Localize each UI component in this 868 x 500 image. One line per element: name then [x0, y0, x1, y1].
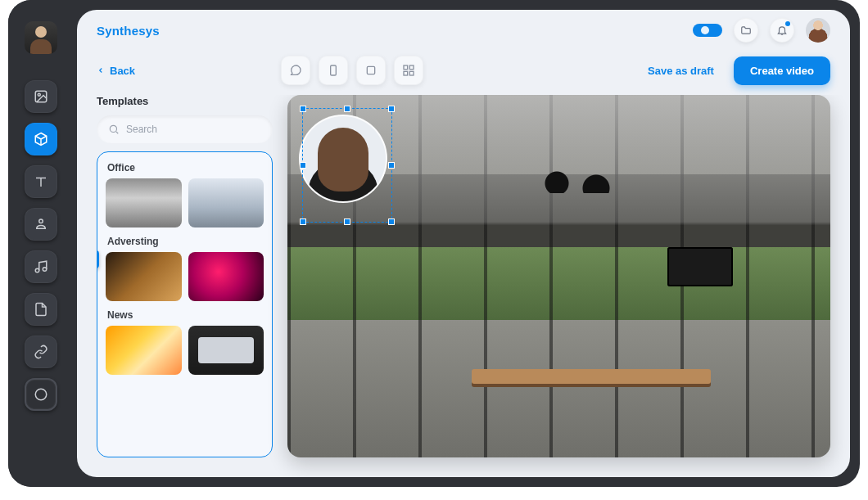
resize-handle[interactable]	[300, 106, 306, 112]
folder-button[interactable]	[734, 18, 758, 43]
scroll-handle[interactable]	[97, 250, 99, 268]
left-rail	[8, 0, 74, 487]
cube-icon	[34, 132, 48, 146]
status-badge[interactable]	[693, 24, 722, 37]
category-office: Office	[107, 162, 264, 173]
music-icon	[34, 259, 48, 274]
svg-point-2	[39, 219, 43, 223]
category-advertising: Adversting	[107, 236, 264, 247]
bell-icon	[776, 25, 788, 36]
resize-handle[interactable]	[388, 218, 395, 225]
svg-rect-8	[404, 65, 408, 70]
link-icon	[34, 345, 48, 359]
create-video-button[interactable]: Create video	[734, 56, 830, 85]
square-icon	[364, 64, 377, 77]
person-icon	[34, 217, 48, 232]
chat-icon	[289, 64, 302, 77]
resize-handle[interactable]	[300, 218, 306, 225]
templates-panel: Templates Search Office Adversting	[97, 95, 273, 457]
svg-point-5	[35, 389, 47, 400]
image-icon	[34, 89, 48, 104]
rail-link[interactable]	[25, 336, 57, 368]
text-icon	[34, 174, 48, 189]
rail-music[interactable]	[25, 250, 57, 283]
circle-icon	[34, 387, 48, 402]
rail-document[interactable]	[25, 293, 57, 326]
tool-chat[interactable]	[281, 56, 310, 85]
svg-point-1	[38, 93, 40, 96]
svg-point-4	[43, 268, 47, 272]
user-avatar-top[interactable]	[806, 18, 830, 43]
search-input[interactable]: Search	[97, 115, 273, 143]
topbar: Synthesys	[77, 10, 850, 51]
resize-handle[interactable]	[388, 162, 395, 169]
template-thumb[interactable]	[188, 326, 264, 375]
resize-handle[interactable]	[300, 162, 306, 169]
rail-text[interactable]	[25, 165, 57, 198]
template-thumb[interactable]	[188, 252, 264, 301]
rail-person[interactable]	[25, 208, 57, 241]
tool-grid[interactable]	[394, 56, 423, 85]
template-thumb[interactable]	[106, 252, 182, 301]
svg-rect-6	[331, 65, 337, 75]
notifications-button[interactable]	[770, 18, 794, 43]
resize-handle[interactable]	[344, 218, 350, 225]
svg-rect-7	[367, 66, 374, 74]
app-shell: Synthesys Back	[8, 0, 860, 487]
svg-rect-11	[409, 71, 414, 75]
rail-templates[interactable]	[25, 123, 57, 155]
folder-icon	[740, 25, 752, 36]
template-thumb[interactable]	[106, 178, 182, 227]
template-thumb[interactable]	[106, 326, 182, 375]
search-icon	[108, 124, 120, 135]
canvas-table	[472, 369, 711, 384]
template-thumb[interactable]	[188, 178, 264, 227]
tool-portrait[interactable]	[319, 56, 348, 85]
chevron-left-icon	[97, 66, 105, 74]
user-avatar-rail[interactable]	[25, 21, 57, 54]
svg-point-12	[110, 125, 116, 132]
video-canvas[interactable]	[287, 95, 830, 457]
svg-point-3	[35, 268, 39, 273]
templates-list[interactable]: Office Adversting News	[97, 151, 273, 457]
portrait-icon	[327, 64, 340, 77]
rail-add[interactable]	[25, 378, 57, 411]
resize-handle[interactable]	[344, 106, 350, 112]
editor-body: Templates Search Office Adversting	[77, 95, 850, 477]
tool-square[interactable]	[356, 56, 386, 85]
canvas-monitor	[667, 247, 733, 286]
brand-title: Synthesys	[97, 24, 160, 38]
rail-image[interactable]	[25, 80, 57, 113]
back-link[interactable]: Back	[97, 65, 135, 77]
templates-title: Templates	[97, 95, 273, 107]
svg-rect-9	[409, 65, 414, 70]
back-label: Back	[110, 65, 135, 77]
resize-handle[interactable]	[388, 106, 395, 112]
svg-rect-10	[404, 71, 408, 75]
save-draft-link[interactable]: Save as draft	[648, 65, 714, 77]
main-window: Synthesys Back	[77, 10, 850, 477]
action-row: Back Save as draft Create video	[77, 51, 850, 95]
category-news: News	[107, 309, 264, 321]
search-placeholder: Search	[126, 124, 157, 135]
document-icon	[34, 302, 48, 317]
grid-icon	[402, 64, 415, 77]
